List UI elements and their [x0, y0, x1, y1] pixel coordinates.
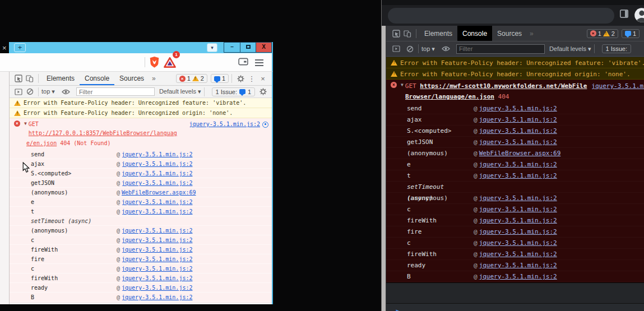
- stack-source-link[interactable]: jquery-3.5.1.min.js:2: [479, 105, 557, 112]
- clear-console-icon[interactable]: [404, 43, 415, 54]
- stack-source-link[interactable]: jquery-3.5.1.min.js:2: [479, 206, 557, 213]
- stack-function-name: (anonymous): [31, 226, 117, 235]
- request-url-link[interactable]: http://127.0.0.1:8357/WebFileBrowser/lan…: [29, 130, 177, 136]
- issue-link-icon[interactable]: [262, 122, 268, 128]
- stack-source-link[interactable]: jquery-3.5.1.min.js:2: [479, 161, 557, 168]
- maximize-button[interactable]: [240, 43, 256, 52]
- stack-source-link[interactable]: jquery-3.5.1.min.js:2: [122, 294, 192, 300]
- default-levels-dropdown[interactable]: Default levels ▾: [549, 45, 591, 53]
- request-url-link-cont[interactable]: e/en.json: [26, 140, 57, 146]
- profile-avatar[interactable]: [634, 7, 644, 23]
- inspect-icon[interactable]: [13, 73, 24, 84]
- tab-sources[interactable]: Sources: [114, 72, 149, 85]
- stack-source-link[interactable]: jquery-3.5.1.min.js:2: [479, 273, 557, 280]
- title-bar[interactable]: + ▾ – X: [9, 42, 273, 53]
- address-bar[interactable]: [388, 8, 614, 24]
- dock-side-icon[interactable]: [391, 43, 402, 54]
- kebab-menu-icon[interactable]: ⋮: [246, 73, 257, 84]
- stack-source-link[interactable]: jquery-3.5.1.min.js:2: [122, 247, 192, 253]
- stack-source-link[interactable]: WebFileBrowser.aspx:69: [479, 150, 561, 157]
- context-selector[interactable]: top ▾: [421, 45, 435, 53]
- request-url-link-cont[interactable]: Browser/language/en.json: [405, 93, 494, 100]
- error-message-line[interactable]: × ▼ GET https://mwf-scott10.myworkfolder…: [386, 80, 644, 92]
- extension-triangle-icon[interactable]: [164, 57, 176, 68]
- stack-source-link[interactable]: jquery-3.5.1.min.js:2: [122, 256, 192, 262]
- filter-input[interactable]: [456, 44, 545, 54]
- stack-source-link[interactable]: jquery-3.5.1.min.js:2: [122, 285, 192, 291]
- more-tabs-button[interactable]: »: [527, 30, 536, 38]
- stack-source-link[interactable]: jquery-3.5.1.min.js:2: [479, 194, 557, 202]
- more-tabs-button[interactable]: »: [149, 75, 159, 82]
- error-warning-count-badge[interactable]: × 1 2: [176, 74, 207, 83]
- tab-console[interactable]: Console: [457, 26, 492, 41]
- message-count-badge[interactable]: 1: [622, 29, 640, 38]
- stack-source-link[interactable]: jquery-3.5.1.min.js:2: [479, 127, 557, 134]
- message-count-badge[interactable]: 1: [211, 74, 229, 83]
- request-url-link[interactable]: https://mwf-scott10.myworkfolders.net/We…: [420, 82, 587, 90]
- stack-source-link[interactable]: jquery-3.5.1.min.js:2: [479, 228, 557, 235]
- error-message-line[interactable]: × ▼ GET http://127.0.0.1:8357/WebFileBro…: [10, 118, 272, 139]
- console-warning-row[interactable]: Error with Feature-Policy header: Unreco…: [386, 57, 644, 68]
- wallet-icon[interactable]: [238, 58, 248, 66]
- console-prompt[interactable]: >: [386, 304, 644, 311]
- menu-icon[interactable]: [255, 58, 263, 68]
- stack-source-link[interactable]: jquery-3.5.1.min.js:2: [122, 151, 192, 157]
- issues-box[interactable]: 1 Issue:: [602, 44, 632, 53]
- stack-source-link[interactable]: jquery-3.5.1.min.js:2: [122, 266, 192, 272]
- stack-source-link[interactable]: jquery-3.5.1.min.js:2: [479, 262, 557, 269]
- stack-source-link[interactable]: jquery-3.5.1.min.js:2: [122, 275, 192, 281]
- stack-source-link[interactable]: jquery-3.5.1.min.js:2: [479, 116, 557, 123]
- error-warning-count-badge[interactable]: × 1 2: [587, 29, 618, 38]
- stack-source-link[interactable]: jquery-3.5.1.min.js:2: [479, 239, 557, 247]
- stack-source-link[interactable]: jquery-3.5.1.min.js:2: [479, 217, 557, 224]
- stack-trace: send@jquery-3.5.1.min.js:2ajax@jquery-3.…: [10, 150, 272, 302]
- sidebar-toggle-icon[interactable]: [619, 9, 629, 18]
- stack-source-link[interactable]: jquery-3.5.1.min.js:2: [479, 138, 557, 146]
- tab-elements[interactable]: Elements: [41, 72, 80, 85]
- tab-dropdown-button[interactable]: ▾: [207, 43, 217, 52]
- brave-shield-icon[interactable]: [150, 57, 159, 68]
- stack-source-link[interactable]: jquery-3.5.1.min.js:2: [122, 237, 192, 243]
- stack-source-link[interactable]: jquery-3.5.1.min.js:2: [122, 228, 192, 234]
- console-warning-row[interactable]: Error with Feature-Policy header: Unreco…: [10, 98, 272, 108]
- device-toolbar-icon[interactable]: [402, 28, 413, 39]
- stack-source-link[interactable]: jquery-3.5.1.min.js:2: [122, 208, 192, 215]
- eye-icon[interactable]: [61, 86, 72, 98]
- minimize-button[interactable]: –: [224, 43, 240, 52]
- eye-icon[interactable]: [441, 43, 452, 54]
- dock-side-icon[interactable]: [13, 86, 24, 98]
- stack-frame: fire@jquery-3.5.1.min.js:2: [386, 226, 644, 238]
- filter-input[interactable]: [76, 87, 155, 96]
- console-warning-row[interactable]: Error with Feature-Policy header: Unreco…: [10, 108, 272, 118]
- device-toolbar-icon[interactable]: [24, 73, 35, 84]
- stack-source-link[interactable]: jquery-3.5.1.min.js:2: [122, 170, 192, 177]
- source-link[interactable]: jquery-3.5.1.min.js:2: [591, 82, 644, 90]
- tab-console[interactable]: Console: [80, 72, 114, 85]
- console-prompt[interactable]: >: [10, 303, 272, 304]
- expand-triangle[interactable]: ▼: [401, 82, 404, 87]
- expand-triangle[interactable]: ▼: [24, 121, 27, 126]
- stack-function-name: ready: [407, 260, 474, 271]
- tab-sources[interactable]: Sources: [492, 26, 527, 41]
- stack-source-link[interactable]: jquery-3.5.1.min.js:2: [122, 161, 192, 167]
- devtools-close-icon[interactable]: ×: [257, 73, 268, 84]
- settings-gear-icon[interactable]: [235, 73, 246, 84]
- console-settings-gear-icon[interactable]: [257, 86, 268, 98]
- stack-source-link[interactable]: jquery-3.5.1.min.js:2: [479, 250, 557, 258]
- tab-elements[interactable]: Elements: [419, 26, 457, 41]
- context-selector[interactable]: top ▾: [41, 88, 55, 95]
- stack-source-link[interactable]: WebFileBrowser.aspx:69: [122, 189, 196, 196]
- console-warning-row[interactable]: Error with Feature-Policy header: Unreco…: [386, 68, 644, 80]
- stack-source-link[interactable]: jquery-3.5.1.min.js:2: [122, 199, 192, 205]
- clear-console-icon[interactable]: [24, 86, 35, 98]
- issues-box[interactable]: 1 Issue: 1: [212, 87, 256, 96]
- new-tab-button[interactable]: +: [14, 43, 26, 52]
- inspect-icon[interactable]: [391, 28, 402, 39]
- stack-source-link[interactable]: jquery-3.5.1.min.js:2: [122, 180, 192, 186]
- tab-close-icon[interactable]: ×: [2, 44, 7, 52]
- source-link[interactable]: jquery-3.5.1.min.js:2: [189, 120, 260, 129]
- page-content-sliver: [382, 26, 386, 311]
- default-levels-dropdown[interactable]: Default levels ▾: [159, 88, 201, 95]
- close-button[interactable]: X: [256, 43, 271, 52]
- stack-source-link[interactable]: jquery-3.5.1.min.js:2: [479, 172, 557, 179]
